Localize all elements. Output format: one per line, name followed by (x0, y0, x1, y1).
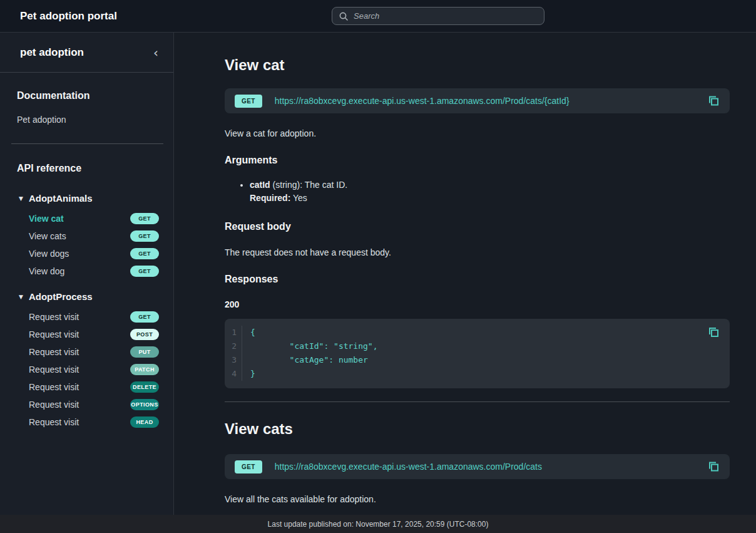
sidebar-item-request-visit-post[interactable]: Request visit POST (0, 326, 173, 343)
sidebar-item-request-visit-put[interactable]: Request visit PUT (0, 343, 173, 361)
sidebar-item-request-visit-patch[interactable]: Request visit PATCH (0, 361, 173, 378)
code-line: 1 { (225, 326, 720, 339)
nav-item-label: Request visit (29, 417, 79, 427)
sidebar-item-view-dog[interactable]: View dog GET (0, 262, 173, 280)
method-badge: GET (130, 213, 159, 224)
endpoint-url[interactable]: https://ra8obxcevg.execute-api.us-west-1… (275, 96, 570, 106)
chevron-down-icon: ▼ (19, 195, 23, 202)
method-badge: PUT (130, 346, 159, 358)
method-badge: GET (130, 230, 159, 242)
main-content: View cat GET https://ra8obxcevg.execute-… (174, 33, 756, 515)
endpoint-url[interactable]: https://ra8obxcevg.execute-api.us-west-1… (275, 462, 542, 472)
sidebar-item-view-dogs[interactable]: View dogs GET (0, 245, 173, 262)
search-input[interactable] (354, 11, 538, 21)
documentation-heading: Documentation (17, 90, 156, 101)
code-line: 3 "catAge": number (225, 353, 720, 367)
nav-item-label: Request visit (29, 312, 79, 322)
code-text: "catId": "string", (242, 339, 378, 353)
nav-item-label: Request visit (29, 347, 79, 357)
method-badge: DELETE (130, 381, 159, 393)
section-title-view-cat: View cat (225, 56, 730, 75)
argument-detail: (string): The cat ID. (270, 180, 347, 190)
method-badge: OPTIONS (130, 399, 159, 410)
line-number: 3 (225, 353, 242, 367)
response-status-code: 200 (225, 299, 730, 309)
code-text: { (242, 326, 255, 339)
sidebar-item-view-cats[interactable]: View cats GET (0, 227, 173, 245)
nav-item-label: View cat (29, 214, 64, 224)
sidebar-item-view-cat[interactable]: View cat GET (0, 210, 173, 227)
last-update-text: Last update published on: November 17, 2… (268, 520, 489, 529)
arguments-heading: Arguments (225, 155, 730, 166)
nav-item-label: View dog (29, 266, 64, 276)
sidebar-item-request-visit-delete[interactable]: Request visit DELETE (0, 378, 173, 396)
code-text: "catAge": number (242, 353, 368, 367)
endpoint-url-bar: GET https://ra8obxcevg.execute-api.us-we… (225, 454, 730, 479)
top-header: Pet adoption portal (0, 0, 756, 33)
nav-item-label: View dogs (29, 249, 69, 259)
code-line: 2 "catId": "string", (225, 339, 720, 353)
sidebar: pet adoption ‹ Documentation Pet adoptio… (0, 33, 174, 515)
group-label: AdoptProcess (29, 291, 93, 302)
request-body-text: The request does not have a request body… (225, 247, 730, 257)
method-badge: GET (130, 311, 159, 323)
sidebar-item-request-visit-get[interactable]: Request visit GET (0, 308, 173, 326)
method-badge: GET (130, 248, 159, 259)
code-text: } (242, 367, 255, 381)
nav-item-label: Request visit (29, 329, 79, 339)
chevron-down-icon: ▼ (19, 294, 23, 300)
copy-url-button[interactable] (707, 460, 721, 474)
sidebar-item-request-visit-head[interactable]: Request visit HEAD (0, 413, 173, 431)
method-chip: GET (235, 460, 262, 473)
response-code-block: 1 { 2 "catId": "string", 3 "catAge": num… (225, 319, 730, 388)
portal-title: Pet adoption portal (20, 10, 117, 23)
code-line: 4 } (225, 367, 720, 381)
responses-heading: Responses (225, 274, 730, 285)
method-badge: PATCH (130, 364, 159, 375)
footer-bar: Last update published on: November 17, 2… (0, 515, 756, 533)
line-number: 2 (225, 339, 242, 353)
search-icon (339, 11, 349, 21)
group-adopt-process[interactable]: ▼ AdoptProcess (19, 291, 173, 302)
sidebar-item-request-visit-options[interactable]: Request visit OPTIONS (0, 396, 173, 413)
section-description: View a cat for adoption. (225, 128, 730, 138)
argument-required-value: Yes (290, 193, 307, 203)
copy-code-button[interactable] (707, 325, 721, 339)
sidebar-panel-title: pet adoption (20, 46, 84, 59)
search-box[interactable] (332, 7, 544, 25)
section-divider (225, 401, 730, 402)
group-label: AdoptAnimals (29, 193, 93, 204)
method-badge: POST (130, 329, 159, 340)
nav-item-label: View cats (29, 231, 66, 241)
method-badge: GET (130, 266, 159, 277)
group-adopt-animals[interactable]: ▼ AdoptAnimals (19, 193, 173, 204)
copy-url-button[interactable] (707, 94, 721, 108)
copy-icon (708, 326, 720, 338)
method-chip: GET (235, 95, 262, 108)
section-title-view-cats: View cats (225, 420, 730, 438)
nav-item-label: Request visit (29, 382, 79, 392)
copy-icon (708, 95, 720, 107)
sidebar-item-pet-adoption[interactable]: Pet adoption (17, 115, 156, 125)
arguments-list: catId (string): The cat ID. Required: Ye… (250, 179, 730, 205)
line-number: 4 (225, 367, 242, 381)
method-badge: HEAD (130, 417, 159, 428)
line-number: 1 (225, 326, 242, 339)
argument-name: catId (250, 180, 270, 190)
section-description: View all the cats available for adoption… (225, 494, 730, 504)
request-body-heading: Request body (225, 221, 730, 232)
copy-icon (708, 461, 720, 473)
sidebar-panel-header: pet adoption ‹ (0, 33, 173, 73)
nav-item-label: Request visit (29, 400, 79, 410)
nav-item-label: Request visit (29, 365, 79, 375)
argument-required-label: Required: (250, 193, 290, 203)
collapse-sidebar-icon[interactable]: ‹ (153, 46, 158, 59)
sidebar-divider (11, 143, 163, 144)
argument-item: catId (string): The cat ID. Required: Ye… (250, 179, 730, 205)
endpoint-url-bar: GET https://ra8obxcevg.execute-api.us-we… (225, 88, 730, 113)
api-reference-heading: API reference (17, 163, 156, 174)
